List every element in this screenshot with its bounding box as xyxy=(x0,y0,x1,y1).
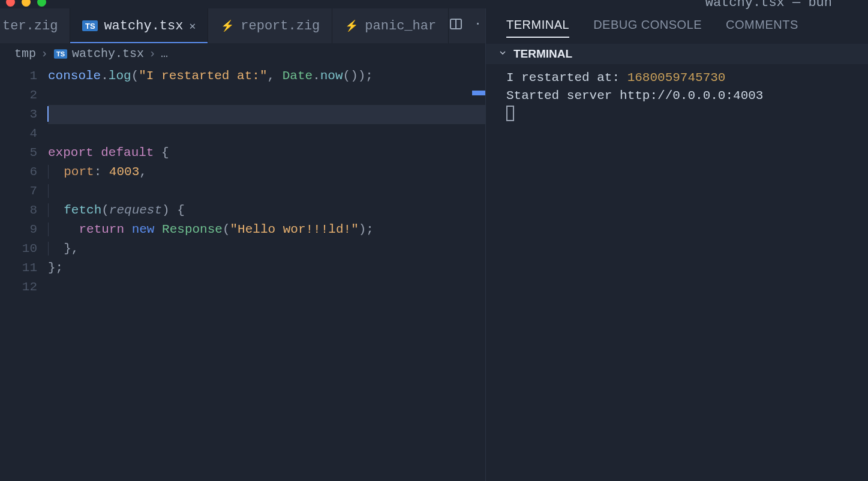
breadcrumb-file[interactable]: TS watchy.tsx xyxy=(53,47,144,61)
code-line: }, xyxy=(48,239,485,258)
tab-watchy-tsx[interactable]: TS watchy.tsx ✕ xyxy=(70,8,208,43)
split-editor-icon[interactable] xyxy=(449,17,463,35)
zig-icon: ⚡ xyxy=(220,20,235,31)
title-bar: watchy.tsx — bun xyxy=(0,0,868,8)
code-line xyxy=(48,105,485,124)
typescript-icon: TS xyxy=(54,49,67,58)
terminal-section-header[interactable]: TERMINAL xyxy=(486,44,868,64)
code-line xyxy=(48,278,485,297)
tab-label: panic_har xyxy=(365,19,436,34)
editor-column: ter.zig TS watchy.tsx ✕ ⚡ report.zig ⚡ p… xyxy=(0,8,486,481)
zig-icon: ⚡ xyxy=(344,20,359,31)
code-line: }; xyxy=(48,258,485,278)
code-content[interactable]: console.log("I restarted at:", Date.now(… xyxy=(48,64,485,481)
tab-ter-zig[interactable]: ter.zig xyxy=(0,8,70,43)
line-gutter: 1 2 3 4 5 6 7 8 9 10 11 12 xyxy=(0,64,48,481)
close-window-button[interactable] xyxy=(6,0,15,7)
panel-tabs: TERMINAL DEBUG CONSOLE COMMENTS xyxy=(486,8,868,44)
window-controls xyxy=(6,0,46,7)
tab-label: watchy.tsx xyxy=(104,19,183,34)
main-split: ter.zig TS watchy.tsx ✕ ⚡ report.zig ⚡ p… xyxy=(0,8,868,481)
tab-panic-har[interactable]: ⚡ panic_har xyxy=(332,8,449,43)
code-line: console.log("I restarted at:", Date.now(… xyxy=(48,67,485,86)
chevron-right-icon: › xyxy=(41,47,48,61)
code-line xyxy=(48,182,485,201)
code-line: return new Response("Hello wor!!!ld!"); xyxy=(48,220,485,239)
window-title: watchy.tsx — bun xyxy=(705,0,832,10)
minimize-window-button[interactable] xyxy=(22,0,31,7)
chevron-right-icon: › xyxy=(149,47,156,61)
terminal-section-label: TERMINAL xyxy=(513,47,572,61)
panel-tab-debug-console[interactable]: DEBUG CONSOLE xyxy=(593,18,702,38)
terminal-line xyxy=(506,105,848,123)
panel-column: TERMINAL DEBUG CONSOLE COMMENTS TERMINAL… xyxy=(486,8,868,481)
code-line: port: 4003, xyxy=(48,163,485,182)
close-icon[interactable]: ✕ xyxy=(189,19,196,32)
code-line: fetch(request) { xyxy=(48,201,485,220)
tab-report-zig[interactable]: ⚡ report.zig xyxy=(208,8,332,43)
panel-tab-terminal[interactable]: TERMINAL xyxy=(506,18,569,38)
typescript-icon: TS xyxy=(82,20,98,31)
code-line xyxy=(48,124,485,143)
terminal-line: I restarted at: 1680059745730 xyxy=(506,69,848,87)
breadcrumb-symbol[interactable]: … xyxy=(161,47,168,61)
chevron-down-icon xyxy=(498,47,507,61)
tab-label: ter.zig xyxy=(2,19,58,34)
editor-tab-actions: ··· xyxy=(449,17,485,35)
code-line xyxy=(48,86,485,105)
panel-tab-comments[interactable]: COMMENTS xyxy=(726,18,798,38)
terminal-line: Started server http://0.0.0.0:4003 xyxy=(506,87,848,105)
code-editor[interactable]: 1 2 3 4 5 6 7 8 9 10 11 12 console.log("… xyxy=(0,64,485,481)
breadcrumb-folder[interactable]: tmp xyxy=(14,47,36,61)
more-actions-icon[interactable]: ··· xyxy=(474,17,485,35)
minimap-viewport[interactable] xyxy=(472,91,485,95)
text-cursor xyxy=(47,106,49,122)
terminal-output[interactable]: I restarted at: 1680059745730 Started se… xyxy=(486,64,868,128)
breadcrumb: tmp › TS watchy.tsx › … xyxy=(0,43,485,64)
editor-tabs: ter.zig TS watchy.tsx ✕ ⚡ report.zig ⚡ p… xyxy=(0,8,485,43)
tab-label: report.zig xyxy=(241,19,320,34)
terminal-cursor xyxy=(506,106,514,121)
zoom-window-button[interactable] xyxy=(37,0,46,7)
code-line: export default { xyxy=(48,143,485,163)
